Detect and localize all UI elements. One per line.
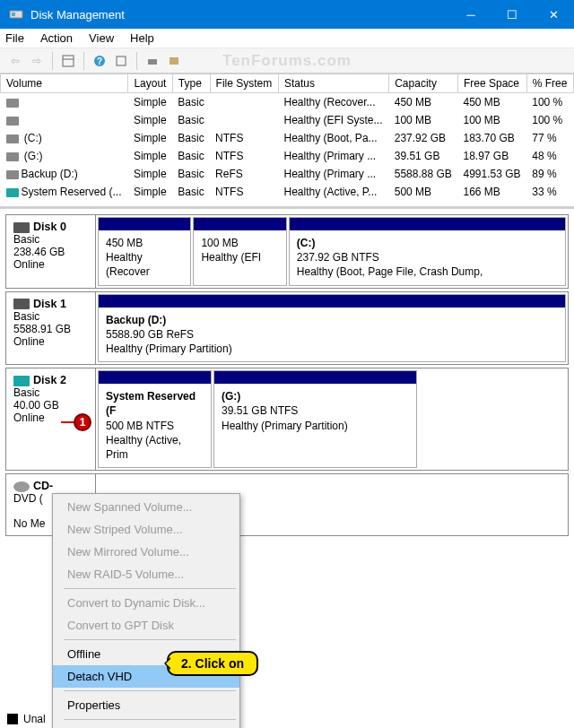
context-menu-separator	[64, 639, 236, 640]
annotation-step-1: 1	[74, 413, 91, 431]
cdrom-type: DVD (	[13, 492, 43, 505]
partition-bar	[194, 218, 285, 230]
titlebar: Disk Management ─ ☐ ✕	[0, 0, 574, 29]
maximize-button[interactable]: ☐	[491, 0, 533, 29]
menu-action[interactable]: Action	[40, 31, 73, 45]
toolbar-divider	[52, 52, 53, 70]
volume-icon	[6, 170, 19, 179]
column-header[interactable]: Capacity	[389, 74, 458, 93]
volume-table[interactable]: VolumeLayoutTypeFile SystemStatusCapacit…	[0, 74, 574, 201]
cdrom-msg: No Me	[13, 517, 45, 530]
context-menu-item: New Mirrored Volume...	[53, 541, 239, 563]
context-menu-item[interactable]: Help	[53, 723, 239, 728]
disk-label[interactable]: Disk 1Basic5588.91 GBOnline	[6, 292, 96, 365]
partition-bar	[290, 218, 565, 230]
view-button[interactable]	[58, 51, 78, 71]
disk-row[interactable]: Disk 1Basic5588.91 GBOnlineBackup (D:)55…	[5, 291, 569, 366]
forward-button[interactable]: ⇨	[27, 51, 47, 71]
close-button[interactable]: ✕	[533, 0, 574, 29]
partition[interactable]: 450 MBHealthy (Recover	[98, 217, 191, 286]
column-header[interactable]: Free Space	[457, 74, 526, 93]
volume-icon	[6, 188, 19, 197]
svg-rect-1	[12, 13, 15, 16]
disk-row[interactable]: Disk 0Basic238.46 GBOnline450 MBHealthy …	[5, 214, 569, 289]
context-menu-item: Convert to GPT Disk	[53, 614, 239, 637]
context-menu-item: New Striped Volume...	[53, 518, 239, 541]
help-button[interactable]: ?	[90, 51, 109, 71]
column-header[interactable]: % Free	[526, 74, 573, 93]
table-row[interactable]: SimpleBasicHealthy (EFI Syste...100 MB10…	[1, 111, 574, 129]
disk-icon	[13, 376, 30, 386]
svg-rect-8	[170, 57, 178, 65]
unallocated-swatch	[7, 714, 18, 724]
svg-rect-2	[63, 56, 74, 66]
column-header[interactable]: File System	[210, 74, 278, 93]
disc-icon	[13, 481, 30, 492]
partition[interactable]: 100 MBHealthy (EFI	[193, 217, 286, 286]
action-button[interactable]	[143, 51, 162, 71]
partition[interactable]: System Reserved (F500 MB NTFSHealthy (Ac…	[98, 370, 212, 468]
menu-file[interactable]: File	[5, 31, 24, 45]
toolbar-divider	[136, 52, 137, 70]
volume-icon	[6, 117, 19, 126]
partition-bar	[99, 371, 211, 384]
context-menu-item: New Spanned Volume...	[53, 496, 239, 518]
partition-bar	[99, 295, 565, 308]
column-header[interactable]: Type	[172, 74, 210, 93]
partition[interactable]: (C:)237.92 GB NTFSHealthy (Boot, Page Fi…	[289, 217, 566, 286]
svg-text:?: ?	[97, 56, 102, 66]
column-header[interactable]: Volume	[1, 74, 128, 93]
context-menu-item: New RAID-5 Volume...	[53, 563, 239, 585]
column-header[interactable]: Layout	[128, 74, 172, 93]
partition-bar	[214, 371, 416, 384]
disk-icon	[13, 299, 30, 309]
settings-button[interactable]	[164, 51, 184, 71]
back-button[interactable]: ⇦	[5, 51, 25, 71]
partition[interactable]: (G:)39.51 GB NTFSHealthy (Primary Partit…	[213, 370, 417, 468]
table-row[interactable]: (C:)SimpleBasicNTFSHealthy (Boot, Pa...2…	[1, 129, 574, 147]
partition-bar	[99, 218, 190, 230]
volume-icon	[6, 152, 19, 161]
disk-management-icon	[9, 7, 23, 22]
toolbar: ⇦ ⇨ ? TenForums.com	[0, 48, 574, 74]
partition[interactable]: Backup (D:)5588.90 GB ReFSHealthy (Prima…	[98, 294, 566, 363]
volume-icon	[6, 99, 19, 108]
disk-icon	[13, 222, 30, 233]
context-menu-separator	[64, 719, 236, 720]
context-menu-item[interactable]: Properties	[53, 694, 239, 716]
table-row[interactable]: System Reserved (...SimpleBasicNTFSHealt…	[1, 183, 574, 201]
menubar: File Action View Help	[0, 29, 574, 48]
context-menu-separator	[64, 588, 236, 589]
context-menu-separator	[64, 690, 236, 691]
column-header[interactable]: Status	[279, 74, 389, 93]
svg-rect-7	[148, 59, 157, 65]
window-title: Disk Management	[30, 8, 450, 22]
volume-icon	[6, 134, 19, 143]
refresh-button[interactable]	[111, 51, 131, 71]
menu-help[interactable]: Help	[130, 31, 154, 45]
menu-view[interactable]: View	[89, 31, 114, 45]
context-menu-item: Convert to Dynamic Disk...	[53, 592, 239, 614]
minimize-button[interactable]: ─	[450, 0, 491, 29]
svg-rect-6	[117, 56, 126, 65]
table-row[interactable]: Backup (D:)SimpleBasicReFSHealthy (Prima…	[1, 165, 574, 183]
table-row[interactable]: SimpleBasicHealthy (Recover...450 MB450 …	[1, 93, 574, 112]
annotation-step-2: 2. Click on	[167, 651, 258, 676]
legend-unallocated: Unal	[7, 713, 46, 725]
table-row[interactable]: (G:)SimpleBasicNTFSHealthy (Primary ...3…	[1, 147, 574, 165]
cdrom-title: CD-	[33, 480, 53, 492]
disk-label[interactable]: Disk 0Basic238.46 GBOnline	[6, 215, 96, 288]
watermark: TenForums.com	[222, 52, 352, 70]
toolbar-divider	[83, 52, 84, 70]
context-menu: New Spanned Volume...New Striped Volume.…	[52, 493, 240, 728]
